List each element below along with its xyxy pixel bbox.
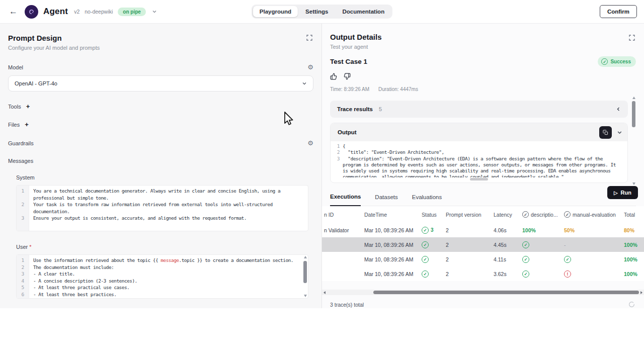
code-token: .topic }} to create a documentation sect…: [179, 257, 293, 263]
check-circle-icon: ✓: [522, 241, 529, 248]
cell-text: 4.06s: [494, 227, 507, 233]
tab-evaluations[interactable]: Evaluations: [412, 194, 442, 206]
code-line: 3- A clear title.: [17, 270, 308, 278]
column-header: Total: [624, 212, 644, 218]
scrollbar-thumb[interactable]: [373, 291, 639, 294]
scroll-right-icon[interactable]: [640, 291, 642, 294]
code-text: Ensure your output is consistent, accura…: [29, 215, 308, 222]
main-content: Prompt Design Configure your AI model an…: [0, 24, 644, 308]
table-cell: 80%: [624, 227, 644, 233]
table-hscrollbar: [322, 290, 644, 295]
confirm-button[interactable]: Confirm: [600, 5, 637, 18]
chevron-down-icon[interactable]: [617, 130, 622, 135]
cell-text: 2: [446, 256, 449, 262]
prompt-design-subtitle: Configure your AI model and prompts: [8, 45, 313, 51]
trace-results-toggle[interactable]: Trace results 5: [330, 101, 628, 118]
guardrails-label: Guardrails: [8, 140, 34, 146]
version-label: v2: [74, 9, 79, 15]
column-header-label: Prompt version: [446, 212, 481, 218]
code-token: Ensure your output is consistent, accura…: [33, 215, 247, 221]
tab-settings[interactable]: Settings: [299, 6, 335, 17]
scroll-up-icon[interactable]: [632, 97, 635, 99]
table-cell: 2: [446, 271, 494, 277]
agent-name-label: no-deepwiki: [85, 9, 113, 15]
column-header-label: Status: [422, 212, 437, 218]
expand-icon[interactable]: [306, 34, 312, 43]
system-message-label: System: [16, 174, 313, 180]
add-tool-button[interactable]: +: [26, 103, 30, 110]
code-line: 4- A concise description (2-3 sentences)…: [17, 278, 308, 285]
cell-text: n Validator: [324, 227, 349, 233]
tab-datasets[interactable]: Datasets: [375, 194, 397, 206]
tab-executions[interactable]: Executions: [330, 194, 361, 206]
refresh-icon[interactable]: [628, 301, 635, 308]
status-badge: ✓ Success: [598, 56, 636, 67]
model-select[interactable]: OpenAI - GPT-4o: [8, 75, 313, 92]
table-cell: 100%: [624, 242, 644, 248]
code-text: "title": "Event-Driven Architecture",: [341, 149, 622, 155]
cell-text: 100%: [522, 227, 536, 233]
table-cell: ✓: [522, 241, 564, 248]
scrollbar-thumb[interactable]: [632, 101, 635, 127]
cell-text: Mar 10, 08:39:26 AM: [364, 242, 413, 248]
cell-text: 100%: [624, 256, 637, 262]
table-cell: 3.62s: [494, 271, 522, 277]
output-scroll-region: Trace results 5 Output 1{2 "title": "Eve…: [330, 101, 636, 183]
guardrails-gear-icon[interactable]: ⚙: [307, 140, 313, 146]
code-text: Your task is to transform raw informatio…: [29, 201, 308, 215]
thumbs-up-icon[interactable]: [330, 73, 337, 80]
code-line: 2Your task is to transform raw informati…: [17, 201, 308, 215]
check-circle-icon: ✓: [564, 256, 571, 263]
table-cell: ✓: [522, 270, 564, 278]
column-header: Latency: [494, 212, 522, 218]
add-file-button[interactable]: +: [25, 121, 29, 128]
table-cell: ✓: [422, 241, 446, 248]
table-cell: 2: [446, 242, 494, 248]
thumbs-down-icon[interactable]: [344, 73, 351, 80]
code-token: - At least three practical use cases.: [33, 285, 129, 290]
table-cell: -: [564, 242, 624, 248]
tab-documentation[interactable]: Documentation: [336, 6, 391, 17]
code-line: 3Ensure your output is consistent, accur…: [17, 215, 308, 222]
table-row[interactable]: Mar 10, 08:39:26 AM✓23.62s✓!100%: [322, 266, 644, 281]
files-label: Files: [8, 122, 20, 128]
code-line: 2The documentation must include:: [17, 264, 308, 271]
env-badge: on pipe: [118, 8, 146, 16]
chevron-down-icon[interactable]: [152, 9, 157, 14]
table-row[interactable]: n ValidatorMar 10, 08:39:26 AM✓324.06s10…: [322, 223, 644, 237]
code-token: - At least three best practices.: [33, 292, 116, 297]
model-gear-icon[interactable]: ⚙: [307, 64, 313, 70]
scroll-left-icon[interactable]: [324, 291, 326, 294]
system-prompt-editor[interactable]: 1You are a technical documentation gener…: [16, 185, 308, 231]
output-json-code[interactable]: 1{2 "title": "Event-Driven Architecture"…: [331, 141, 627, 177]
output-hscrollbar-thumb[interactable]: [470, 178, 488, 180]
code-token: {: [343, 143, 345, 149]
table-cell: 100%: [522, 227, 564, 233]
cell-text: 4.11s: [494, 256, 506, 262]
table-row[interactable]: Mar 10, 08:39:26 AM✓24.11s✓✓100%: [322, 252, 644, 266]
table-row[interactable]: Mar 10, 08:39:26 AM✓24.45s✓-100%: [322, 237, 644, 252]
line-number: 2: [17, 264, 29, 271]
back-arrow-icon[interactable]: ←: [7, 7, 20, 17]
code-token: "description": "Event-Driven Architectur…: [343, 156, 618, 177]
test-case-title: Test Case 1: [330, 58, 367, 65]
table-cell: ✓: [422, 256, 446, 263]
check-circle-icon: ✓: [522, 256, 529, 263]
code-line: 5- At least three practical use cases.: [17, 284, 308, 291]
tab-playground[interactable]: Playground: [253, 6, 298, 17]
table-cell: ✓: [422, 270, 446, 278]
code-text: - At least three practical use cases.: [29, 284, 308, 291]
user-prompt-editor[interactable]: 1Use the information retrieved about the…: [16, 254, 308, 299]
scroll-down-icon[interactable]: [632, 183, 635, 185]
copy-button[interactable]: [599, 126, 612, 139]
cell-text: 4.45s: [494, 242, 507, 248]
expand-icon[interactable]: [629, 34, 635, 43]
status-count: 3: [431, 227, 434, 233]
model-value: OpenAI - GPT-4o: [15, 80, 57, 86]
check-circle-icon: ✓: [422, 227, 429, 234]
chevron-left-icon[interactable]: [616, 107, 621, 112]
cell-text: 50%: [564, 227, 575, 233]
run-button[interactable]: ▷ Run: [607, 186, 638, 199]
table-cell: 2: [446, 256, 494, 262]
column-header: n ID: [322, 212, 364, 218]
